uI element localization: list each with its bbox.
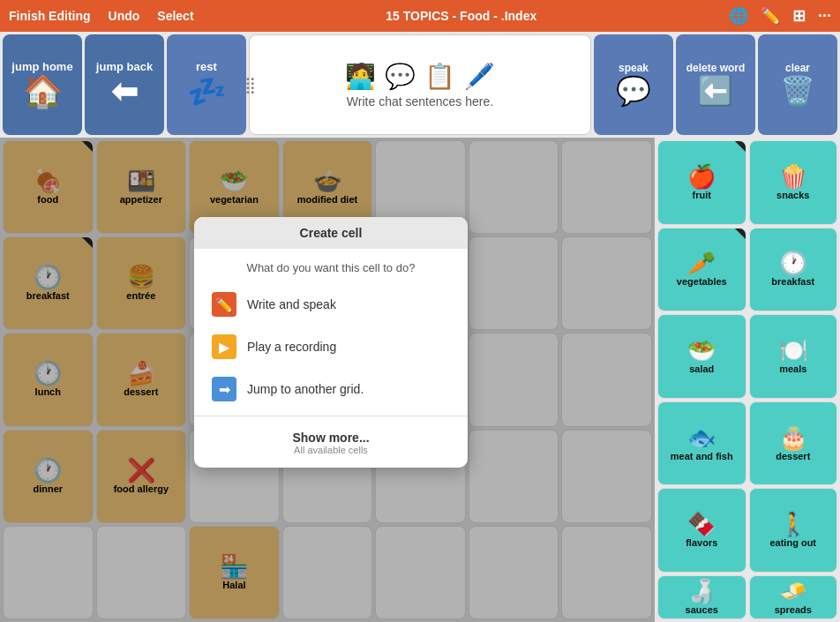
cell-breakfast-right[interactable]: 🕐 breakfast (749, 228, 838, 312)
sleep-icon: 💤 (187, 73, 227, 110)
select-btn[interactable]: Select (157, 9, 193, 23)
jump-grid-icon: ➡ (212, 377, 236, 401)
play-recording-icon: ▶ (212, 334, 236, 359)
globe-icon[interactable]: 🌐 (729, 6, 748, 26)
sentence-text: Write chat sentences here. (347, 94, 493, 109)
snacks-icon: 🍿 (779, 165, 807, 188)
drag-handle-icon: ⣿ (244, 75, 256, 94)
right-grid: 🍎 fruit 🍿 snacks 🥕 vegetables 🕐 breakfas… (655, 138, 840, 622)
vegetables-icon: 🥕 (687, 251, 716, 274)
undo-btn[interactable]: Undo (109, 9, 140, 23)
write-speak-label: Write and speak (247, 297, 336, 311)
clear-btn[interactable]: clear 🗑️ (758, 34, 837, 135)
speak-icon: 💬 (616, 74, 651, 108)
finish-editing-btn[interactable]: Finish Editing (9, 9, 91, 23)
modal-divider (194, 416, 468, 416)
show-more-btn[interactable]: Show more... (208, 431, 454, 445)
speak-btn[interactable]: speak 💬 (594, 34, 673, 135)
delete-icon: ⬅️ (698, 74, 733, 108)
back-icon: ⬅ (111, 73, 138, 110)
meals-icon: 🍽️ (779, 339, 807, 362)
delete-word-btn[interactable]: delete word ⬅️ (676, 34, 755, 135)
cell-eating-out[interactable]: 🚶 eating out (749, 488, 838, 573)
jump-home-btn[interactable]: jump home 🏠 (3, 34, 82, 135)
cell-flavors[interactable]: 🍫 flavors (657, 488, 746, 573)
sentence-images: 🧑‍💻 💬 📋 🖊️ (345, 62, 495, 91)
jump-grid-option[interactable]: ➡ Jump to another grid. (194, 368, 468, 410)
home-icon: 🏠 (23, 73, 63, 110)
breakfast-right-icon: 🕐 (779, 251, 807, 274)
cell-dessert-right[interactable]: 🎂 dessert (749, 401, 838, 486)
cell-sauces[interactable]: 🍶 sauces (657, 575, 746, 619)
more-icon[interactable]: ··· (818, 7, 831, 26)
dessert-right-icon: 🎂 (779, 426, 807, 449)
all-cells-label: All available cells (208, 445, 454, 455)
topbar-icons: 🌐 ✏️ ⊞ ··· (729, 6, 831, 26)
cell-snacks[interactable]: 🍿 snacks (749, 140, 838, 225)
sauces-icon: 🍶 (687, 580, 716, 603)
cell-meals[interactable]: 🍽️ meals (749, 314, 838, 399)
salad-icon: 🥗 (687, 339, 716, 362)
eating-out-icon: 🚶 (779, 513, 807, 536)
modal-footer: Show more... All available cells (194, 422, 468, 468)
cell-fruit[interactable]: 🍎 fruit (657, 140, 746, 225)
cell-meat-fish[interactable]: 🐟 meat and fish (657, 401, 746, 486)
sentence-img4: 🖊️ (464, 62, 495, 91)
jump-back-btn[interactable]: jump back ⬅ (85, 34, 164, 135)
modal-title: Create cell (194, 217, 468, 249)
sentence-area[interactable]: ⣿ 🧑‍💻 💬 📋 🖊️ Write chat sentences here. (249, 34, 591, 135)
rest-btn[interactable]: rest 💤 (167, 34, 246, 135)
write-speak-icon: ✏️ (212, 292, 236, 317)
sentence-img3: 📋 (424, 62, 455, 91)
main-area: 🍖 food 🍱 appetizer 🥗 vegetarian 🍲 modifi… (0, 138, 840, 622)
trash-icon: 🗑️ (780, 74, 815, 108)
page-title: 15 TOPICS - Food - .Index (212, 9, 711, 23)
left-grid: 🍖 food 🍱 appetizer 🥗 vegetarian 🍲 modifi… (0, 138, 655, 622)
topbar: Finish Editing Undo Select 15 TOPICS - F… (0, 0, 840, 32)
sentence-img1: 🧑‍💻 (345, 62, 376, 91)
modal-question: What do you want this cell to do? (194, 249, 468, 283)
play-recording-label: Play a recording (247, 340, 336, 354)
jump-grid-label: Jump to another grid. (247, 382, 364, 396)
flavors-icon: 🍫 (687, 513, 716, 536)
spreads-icon: 🧈 (779, 580, 807, 603)
pen-icon[interactable]: ✏️ (761, 6, 780, 26)
meat-fish-icon: 🐟 (687, 426, 716, 449)
fruit-icon: 🍎 (687, 165, 716, 188)
cell-vegetables[interactable]: 🥕 vegetables (657, 228, 746, 312)
sentence-img2: 💬 (385, 62, 416, 91)
button-row: jump home 🏠 jump back ⬅ rest 💤 ⣿ 🧑‍💻 💬 📋… (0, 32, 840, 138)
grid-icon[interactable]: ⊞ (792, 6, 806, 26)
play-recording-option[interactable]: ▶ Play a recording (194, 326, 468, 368)
cell-spreads[interactable]: 🧈 spreads (749, 575, 838, 619)
write-speak-option[interactable]: ✏️ Write and speak (194, 283, 468, 326)
create-cell-modal: Create cell What do you want this cell t… (194, 217, 468, 468)
cell-salad[interactable]: 🥗 salad (657, 314, 746, 399)
